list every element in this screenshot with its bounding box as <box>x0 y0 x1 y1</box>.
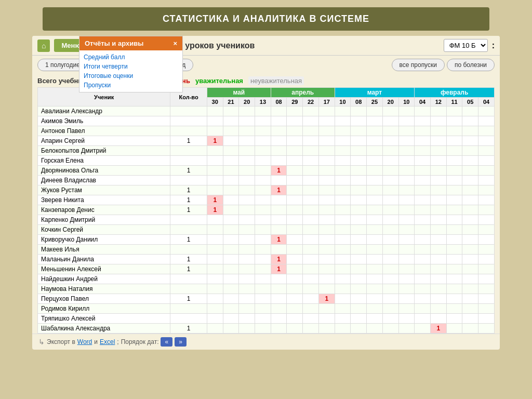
table-row: Найдешкин Андрей <box>38 274 495 284</box>
cell-17 <box>478 255 495 264</box>
cell-4 <box>271 156 287 166</box>
cell-8 <box>335 215 351 225</box>
export-arrow-icon: ↳ <box>38 338 45 346</box>
month-april-header: апрель <box>271 88 335 98</box>
cell-4 <box>271 284 287 294</box>
cell-7 <box>318 126 335 136</box>
popup-item-absence[interactable]: Пропуски <box>84 81 178 90</box>
cell-12 <box>398 294 415 304</box>
cell-7 <box>318 225 335 235</box>
date-col-2: 20 <box>239 98 255 107</box>
cell-2 <box>239 136 255 146</box>
table-row: Кочкин Сергей <box>38 225 495 235</box>
cell-4 <box>271 205 287 215</box>
export-next-btn[interactable]: » <box>175 337 187 347</box>
cell-4 <box>271 245 287 255</box>
student-count <box>170 107 207 116</box>
cell-5 <box>287 245 303 255</box>
popup-item-final[interactable]: Итоговые оценки <box>84 71 178 81</box>
export-word-link[interactable]: Word <box>77 338 92 345</box>
cell-14 <box>430 264 446 274</box>
cell-8 <box>335 235 351 245</box>
cell-4 <box>271 146 287 156</box>
cell-13 <box>415 205 431 215</box>
cell-1 <box>223 166 239 176</box>
cell-14 <box>430 255 446 264</box>
cell-17 <box>478 215 495 225</box>
cell-11 <box>382 314 398 324</box>
cell-5 <box>287 274 303 284</box>
export-semicolon: ; <box>117 338 118 345</box>
cell-9 <box>351 284 367 294</box>
student-name: Родимов Кирилл <box>38 304 170 314</box>
cell-3 <box>255 116 271 126</box>
cell-12 <box>398 215 415 225</box>
cell-5 <box>287 126 303 136</box>
table-row: Динеев Владислав <box>38 176 495 185</box>
cell-9 <box>351 215 367 225</box>
date-col-15: 11 <box>446 98 462 107</box>
cell-11 <box>382 264 398 274</box>
cell-17 <box>478 136 495 146</box>
cell-16 <box>462 294 478 304</box>
filter-btn-all[interactable]: все пропуски <box>392 59 445 71</box>
cell-2 <box>239 205 255 215</box>
cell-10 <box>367 136 383 146</box>
cell-7 <box>318 107 335 116</box>
date-col-0: 30 <box>207 98 223 107</box>
data-table-wrapper: Ученик Кол-во май апрель март февраль 30… <box>32 87 500 334</box>
cell-0 <box>207 304 223 314</box>
cell-2 <box>239 146 255 156</box>
cell-6 <box>303 235 319 245</box>
popup-item-quarter[interactable]: Итоги четверти <box>84 62 178 71</box>
filter-btn-sick[interactable]: по болезни <box>447 59 495 71</box>
cell-10 <box>367 284 383 294</box>
cell-15 <box>446 225 462 235</box>
student-name: Акимов Эмиль <box>38 116 170 126</box>
export-excel-link[interactable]: Excel <box>100 338 115 345</box>
student-name: Найдешкин Андрей <box>38 274 170 284</box>
cell-11 <box>382 136 398 146</box>
date-col-10: 25 <box>367 98 383 107</box>
popup-item-avg[interactable]: Средний балл <box>84 52 178 62</box>
cell-6 <box>303 107 319 116</box>
cell-0 <box>207 185 223 195</box>
cell-10 <box>367 274 383 284</box>
cell-6 <box>303 156 319 166</box>
cell-8 <box>335 294 351 304</box>
cell-11 <box>382 324 398 334</box>
cell-1 <box>223 107 239 116</box>
cell-1 <box>223 146 239 156</box>
cell-0: 1 <box>207 195 223 205</box>
cell-2 <box>239 225 255 235</box>
home-button[interactable]: ⌂ <box>37 39 50 52</box>
cell-5 <box>287 235 303 245</box>
date-col-12: 10 <box>398 98 415 107</box>
cell-16 <box>462 176 478 185</box>
cell-11 <box>382 176 398 185</box>
cell-10 <box>367 166 383 176</box>
student-count: 1 <box>170 294 207 304</box>
student-count: 1 <box>170 166 207 176</box>
cell-14 <box>430 116 446 126</box>
cell-11 <box>382 156 398 166</box>
cell-15 <box>446 156 462 166</box>
cell-8 <box>335 156 351 166</box>
cell-10 <box>367 304 383 314</box>
cell-2 <box>239 185 255 195</box>
table-row: Акимов Эмиль <box>38 116 495 126</box>
class-select[interactable]: ФМ 10 Б <box>444 39 488 52</box>
cell-16 <box>462 245 478 255</box>
cell-4: 1 <box>271 166 287 176</box>
table-row: Зверев Никита11 <box>38 195 495 205</box>
cell-5 <box>287 255 303 264</box>
student-name: Дворянинова Ольга <box>38 166 170 176</box>
export-prev-btn[interactable]: « <box>161 337 172 347</box>
cell-1 <box>223 205 239 215</box>
cell-0 <box>207 314 223 324</box>
cell-14 <box>430 225 446 235</box>
popup-close-btn[interactable]: × <box>173 39 177 47</box>
cell-13 <box>415 274 431 284</box>
cell-8 <box>335 255 351 264</box>
cell-5 <box>287 166 303 176</box>
